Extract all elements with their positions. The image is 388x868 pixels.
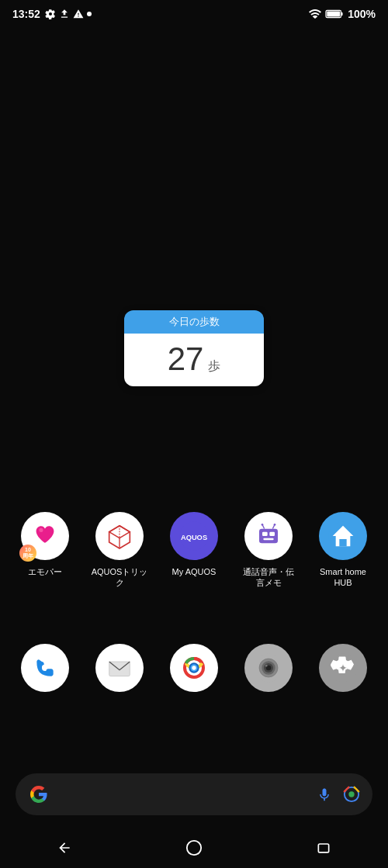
nav-back-button[interactable] (49, 832, 80, 863)
app-aquos-trick-label: AQUOSトリック (91, 566, 149, 589)
nav-home-button[interactable] (178, 832, 210, 863)
svg-point-33 (192, 666, 196, 669)
svg-rect-15 (269, 532, 275, 536)
status-bar: 13:52 100% (0, 0, 388, 28)
nav-recents-button[interactable] (308, 832, 339, 863)
svg-rect-44 (318, 844, 328, 852)
warning-status-icon (73, 9, 84, 19)
settings-status-icon (45, 9, 56, 19)
svg-text:AQUOS: AQUOS (181, 534, 207, 541)
microphone-icon[interactable] (317, 787, 332, 802)
battery-icon (326, 9, 343, 19)
app-smart-home[interactable]: Smart home HUB (312, 512, 374, 589)
google-lens-icon[interactable] (343, 786, 360, 803)
nav-bar (0, 828, 388, 868)
svg-point-42 (348, 791, 354, 797)
svg-point-39 (265, 665, 268, 667)
app-voice-memo[interactable]: 通話音声・伝言メモ (237, 512, 300, 589)
download-status-icon (59, 9, 70, 19)
emopa-badge: 10周年 (19, 545, 36, 562)
app-smart-home-label: Smart home HUB (314, 566, 372, 589)
svg-point-24 (341, 535, 345, 538)
app-aquos-trick[interactable]: AQUOSトリック (88, 512, 151, 589)
app-camera[interactable] (237, 644, 300, 698)
app-voice-memo-label: 通話音声・伝言メモ (240, 566, 298, 589)
app-phone[interactable] (14, 644, 76, 698)
svg-point-20 (274, 524, 276, 526)
svg-point-43 (187, 841, 201, 855)
google-logo (28, 783, 50, 805)
app-chrome[interactable] (163, 644, 225, 698)
svg-rect-16 (263, 538, 273, 541)
svg-rect-14 (262, 532, 268, 536)
step-widget-header: 今日の歩数 (124, 310, 264, 334)
svg-rect-13 (259, 529, 278, 544)
svg-rect-2 (341, 12, 343, 16)
app-row-1: 10周年 エモパー AQUOSトリック AQUOS My AQUOS (0, 512, 388, 589)
app-emopa[interactable]: 10周年 エモパー (14, 512, 76, 589)
app-my-aquos[interactable]: AQUOS My AQUOS (163, 512, 225, 589)
battery-percent: 100% (348, 8, 376, 20)
svg-point-4 (39, 528, 43, 532)
app-my-aquos-label: My AQUOS (172, 566, 217, 577)
svg-rect-23 (339, 539, 346, 546)
search-bar[interactable] (16, 773, 372, 815)
app-settings[interactable] (312, 644, 374, 698)
time-display: 13:52 (12, 8, 40, 20)
wifi-icon (309, 9, 321, 19)
app-emopa-label: エモパー (28, 566, 62, 577)
step-unit: 歩 (208, 358, 220, 375)
step-count: 27 (168, 343, 204, 375)
svg-point-18 (262, 524, 264, 526)
notification-dot (87, 12, 92, 16)
app-row-2 (0, 644, 388, 698)
svg-point-25 (30, 653, 59, 682)
app-mail[interactable] (88, 644, 151, 698)
step-widget[interactable]: 今日の歩数 27 歩 (124, 310, 264, 386)
svg-rect-1 (327, 12, 340, 17)
